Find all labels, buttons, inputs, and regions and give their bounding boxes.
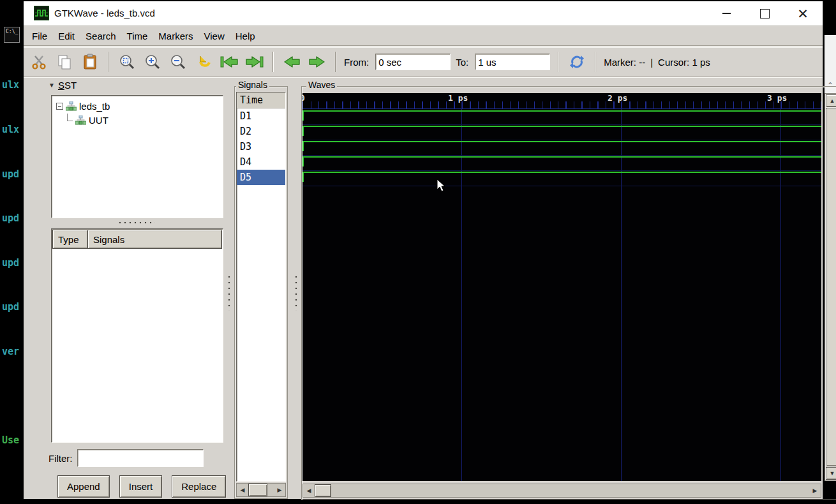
triangle-down-icon: ▼ <box>49 82 55 89</box>
wave-lane-d5 <box>302 170 821 186</box>
waves-horizontal-scrollbar[interactable]: ◀ ▶ <box>302 484 821 498</box>
toolbar-separator <box>558 52 559 72</box>
menu-time[interactable]: Time <box>127 28 148 44</box>
menu-view[interactable]: View <box>204 28 225 44</box>
signals-frame-label: Signals <box>236 80 269 90</box>
tree-collapse-icon[interactable] <box>56 103 63 110</box>
close-button[interactable]: ✕ <box>789 3 816 24</box>
screen: ulx ulx upd upd upd upd ver Use C:\ Cre … <box>0 0 836 504</box>
mouse-cursor <box>437 179 447 193</box>
marker-status: Marker: -- <box>604 57 645 68</box>
cursor-status: Cursor: 1 ps <box>658 57 710 68</box>
scissors-icon <box>31 54 47 70</box>
signal-search-table: Type Signals <box>51 228 223 443</box>
replace-button[interactable]: Replace <box>172 475 226 498</box>
undo-arrow-icon <box>195 54 212 70</box>
filter-label: Filter: <box>49 453 73 464</box>
copy-button[interactable] <box>54 50 75 73</box>
shift-left-button[interactable] <box>281 50 302 73</box>
window-title: GTKWave - leds_tb.vcd <box>54 8 155 19</box>
console-line: upd <box>2 211 26 226</box>
arrow-to-end-icon <box>245 54 264 70</box>
vertical-splitter-handle[interactable] <box>227 274 232 311</box>
zoom-undo-button[interactable] <box>193 50 214 73</box>
signal-row-d3[interactable]: D3 <box>237 139 285 154</box>
scroll-left-icon[interactable]: ◀ <box>237 484 248 496</box>
from-input[interactable] <box>375 54 451 70</box>
menu-bar: File Edit Search Time Markers View Help <box>24 26 823 46</box>
wave-canvas[interactable]: 0 1 ps 2 ps 3 ps <box>302 93 821 481</box>
zoom-fit-button[interactable] <box>117 50 137 73</box>
go-to-end-button[interactable] <box>244 50 265 73</box>
tree-item-uut[interactable]: UUT <box>67 115 108 126</box>
menu-help[interactable]: Help <box>235 28 255 44</box>
toolbar-separator <box>595 52 596 72</box>
insert-button[interactable]: Insert <box>119 475 163 498</box>
shift-right-button[interactable] <box>307 50 327 73</box>
console-line: upd <box>2 256 26 271</box>
minimize-button[interactable] <box>713 3 740 24</box>
console-line: upd <box>2 167 26 182</box>
menu-markers[interactable]: Markers <box>158 28 193 44</box>
console-line: upd <box>2 300 26 315</box>
paste-button[interactable] <box>80 50 100 73</box>
console-line: ulx <box>2 78 26 93</box>
go-to-start-button[interactable] <box>219 50 239 73</box>
zoom-out-button[interactable] <box>168 50 188 73</box>
console-line: ver <box>2 345 26 359</box>
signal-row-d4[interactable]: D4 <box>237 154 285 170</box>
signal-row-d1[interactable]: D1 <box>237 108 285 124</box>
signal-row-d5-selected[interactable]: D5 <box>237 170 285 185</box>
maximize-button[interactable] <box>751 3 778 24</box>
tree-item-leds-tb[interactable]: leds_tb <box>56 101 110 112</box>
vertical-splitter-handle[interactable] <box>294 274 299 311</box>
background-console-text: ulx ulx upd upd upd upd ver Use C:\ Cre … <box>0 48 26 499</box>
console-line <box>2 478 26 493</box>
tree-item-label: UUT <box>89 115 108 126</box>
reload-icon <box>569 54 585 70</box>
menu-search[interactable]: Search <box>86 28 116 44</box>
scroll-down-icon[interactable]: ▼ <box>826 467 836 480</box>
title-bar[interactable]: GTKWave - leds_tb.vcd ✕ <box>24 1 823 26</box>
filter-input[interactable] <box>77 449 204 467</box>
filter-row: Filter: <box>49 449 204 467</box>
arrow-to-start-icon <box>220 54 239 70</box>
sst-tree: leds_tb UUT <box>51 95 223 218</box>
scroll-up-icon[interactable]: ▲ <box>826 94 836 107</box>
console-line: ulx <box>2 122 26 137</box>
signals-time-header: Time <box>237 93 285 108</box>
copy-icon <box>56 54 73 70</box>
column-header-signals[interactable]: Signals <box>88 230 222 249</box>
gtkwave-window: GTKWave - leds_tb.vcd ✕ File Edit Search… <box>24 1 823 499</box>
toolbar-separator <box>335 52 336 72</box>
cut-button[interactable] <box>29 50 49 73</box>
console-line <box>2 389 26 404</box>
menu-edit[interactable]: Edit <box>58 28 75 44</box>
append-button[interactable]: Append <box>57 475 110 498</box>
scroll-left-icon[interactable]: ◀ <box>303 484 315 497</box>
scrollbar-thumb[interactable] <box>315 484 331 497</box>
gtkwave-app-icon <box>34 6 49 20</box>
zoom-in-button[interactable] <box>142 50 163 73</box>
tree-item-label: leds_tb <box>79 101 110 112</box>
column-header-type[interactable]: Type <box>52 230 88 249</box>
arrow-left-icon <box>282 54 301 70</box>
scroll-right-icon[interactable]: ▶ <box>274 484 285 496</box>
sst-expander[interactable]: ▼ SST <box>49 80 77 91</box>
to-input[interactable] <box>475 54 550 70</box>
scrollbar-thumb[interactable] <box>248 484 267 496</box>
zoom-in-icon <box>144 54 161 71</box>
wave-lane-d1 <box>302 109 821 125</box>
signals-horizontal-scrollbar[interactable]: ◀ ▶ <box>236 483 286 497</box>
timeline-ticks <box>302 101 821 109</box>
toolbar-separator <box>272 52 274 72</box>
signal-row-d2[interactable]: D2 <box>237 124 285 139</box>
scroll-right-icon[interactable]: ▶ <box>809 484 821 497</box>
scrollbar-thumb[interactable] <box>826 108 836 466</box>
horizontal-splitter-handle[interactable] <box>118 221 155 225</box>
menu-file[interactable]: File <box>32 28 47 44</box>
cmd-window-icon[interactable]: C:\_ <box>4 27 20 43</box>
wave-lane-d4 <box>302 155 821 171</box>
waves-vertical-scrollbar[interactable]: ▲ ▼ <box>825 93 836 481</box>
reload-button[interactable] <box>567 50 587 73</box>
